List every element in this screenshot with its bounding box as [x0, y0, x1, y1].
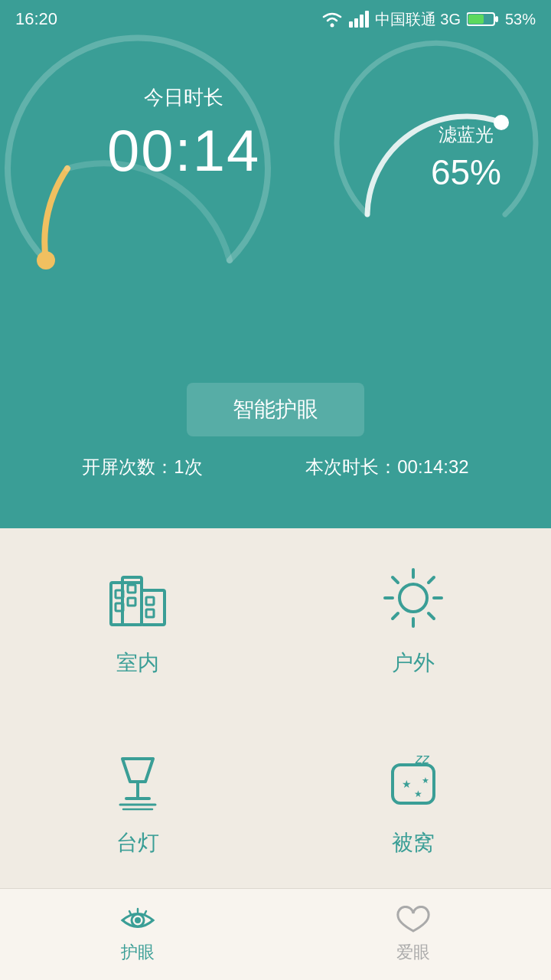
status-right: 中国联通 3G 53%	[321, 9, 536, 30]
svg-rect-14	[116, 603, 123, 611]
svg-rect-6	[495, 16, 498, 22]
svg-text:★: ★	[414, 789, 422, 799]
tab1-label: 护眼	[121, 941, 155, 964]
mode-outdoor[interactable]: 户外	[276, 528, 551, 708]
bluelight-pct: 65%	[431, 152, 501, 193]
today-label: 今日时长	[107, 84, 260, 111]
status-time: 16:20	[15, 9, 57, 29]
outdoor-icon	[375, 560, 452, 636]
svg-rect-7	[468, 15, 484, 24]
svg-line-26	[429, 577, 434, 583]
tab-love-eye[interactable]: 爱眼	[394, 906, 432, 964]
top-section: 今日时长 00:14 滤蓝光 65% 智能护眼 开屏次数：1次 本次时长：00:…	[0, 38, 551, 528]
svg-point-0	[330, 24, 334, 28]
tab-bar: 护眼 爱眼	[0, 888, 551, 980]
sleep-icon: ★ ★ ★ zz	[375, 740, 452, 816]
status-bar: 16:20 中国联通 3G 53%	[0, 0, 551, 38]
stats-row: 开屏次数：1次 本次时长：00:14:32	[0, 436, 551, 479]
svg-rect-2	[354, 18, 358, 28]
svg-rect-3	[360, 15, 364, 28]
lamp-label: 台灯	[116, 828, 159, 858]
mode-indoor[interactable]: 室内	[0, 528, 276, 708]
bluelight-info: 滤蓝光 65%	[431, 122, 501, 193]
battery-icon	[467, 11, 499, 28]
eye-protect-icon	[119, 906, 157, 935]
battery-label: 53%	[505, 11, 536, 28]
signal-icon	[349, 11, 369, 28]
tab-eye-protect[interactable]: 护眼	[119, 906, 157, 964]
mode-lamp[interactable]: 台灯	[0, 708, 276, 888]
wifi-icon	[321, 11, 343, 28]
carrier-label: 中国联通 3G	[375, 9, 461, 30]
svg-line-27	[393, 613, 398, 619]
sleep-label: 被窝	[392, 828, 435, 858]
today-info: 今日时长 00:14	[107, 84, 260, 184]
svg-point-8	[37, 251, 55, 270]
svg-point-38	[135, 917, 141, 923]
love-eye-icon	[394, 906, 432, 935]
svg-rect-16	[128, 598, 135, 606]
svg-point-19	[399, 584, 427, 612]
svg-rect-12	[142, 590, 165, 625]
svg-rect-18	[146, 609, 154, 617]
current-duration: 本次时长：00:14:32	[305, 455, 468, 479]
svg-rect-17	[146, 597, 154, 605]
svg-rect-1	[349, 21, 353, 28]
today-time: 00:14	[107, 117, 260, 184]
modes-grid: 室内 户外	[0, 528, 551, 888]
smart-eye-button[interactable]: 智能护眼	[187, 383, 364, 436]
svg-line-25	[429, 613, 434, 619]
bluelight-label: 滤蓝光	[431, 122, 501, 147]
indoor-icon	[99, 560, 176, 636]
indoor-label: 室内	[116, 648, 159, 678]
mode-sleep[interactable]: ★ ★ ★ zz 被窝	[276, 708, 551, 888]
gauge-area: 今日时长 00:14 滤蓝光 65%	[0, 38, 551, 375]
svg-text:★: ★	[402, 778, 412, 790]
svg-text:zz: zz	[415, 751, 430, 766]
outdoor-label: 户外	[392, 648, 435, 678]
svg-rect-13	[116, 590, 123, 598]
svg-line-41	[145, 911, 146, 914]
svg-line-24	[393, 577, 398, 583]
tab2-label: 爱眼	[396, 941, 430, 964]
svg-rect-4	[365, 11, 369, 28]
open-count: 开屏次数：1次	[82, 455, 202, 479]
svg-text:★: ★	[422, 776, 429, 785]
lamp-icon	[99, 740, 176, 816]
svg-rect-15	[128, 585, 135, 593]
svg-line-40	[129, 911, 131, 914]
